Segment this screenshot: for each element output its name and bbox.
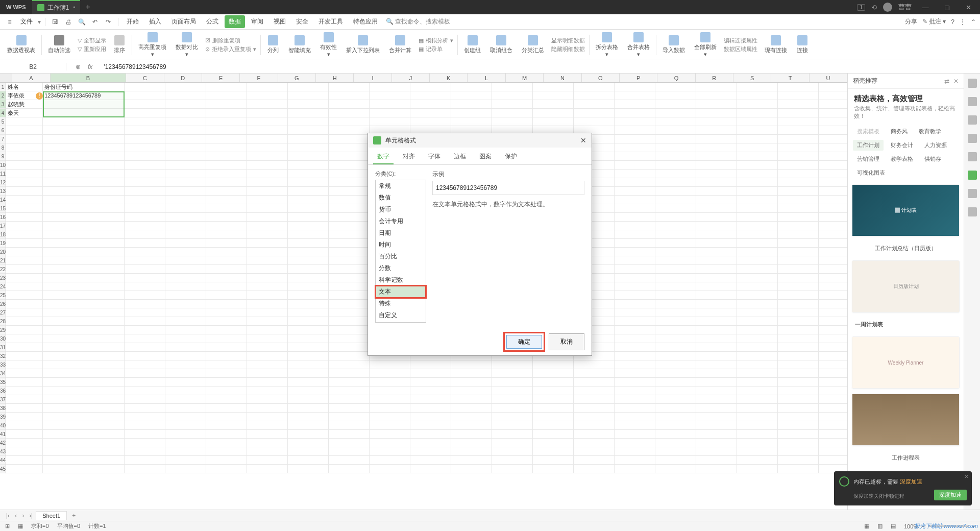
cell[interactable] [247,248,288,256]
cell[interactable] [819,196,847,204]
cell[interactable] [125,369,165,378]
cell[interactable] [737,395,778,404]
cell[interactable] [43,161,125,170]
cell[interactable] [206,300,247,308]
cell[interactable] [819,117,847,126]
cell[interactable] [696,274,737,282]
cell[interactable] [206,170,247,178]
cell[interactable] [370,447,410,456]
cell[interactable] [655,378,696,387]
cell[interactable] [370,91,410,100]
cell[interactable] [737,135,778,143]
cell[interactable] [819,178,847,187]
cell[interactable] [206,230,247,239]
row-header[interactable]: 23 [0,274,6,282]
cell[interactable] [778,387,819,395]
cell[interactable] [6,161,43,170]
cell[interactable] [6,135,43,143]
cell[interactable] [288,143,329,152]
cat-text[interactable]: 文本 [376,286,426,298]
cell[interactable] [533,404,574,413]
cell[interactable] [615,421,655,430]
cell[interactable] [574,360,615,369]
cell[interactable] [370,456,410,465]
share-button[interactable]: 分享 [905,17,917,26]
cell[interactable] [778,291,819,300]
cell[interactable] [125,421,165,430]
cell[interactable]: 123456789123456789 [43,91,125,100]
cell[interactable] [43,196,125,204]
cell[interactable] [6,378,43,387]
row-header[interactable]: 27 [0,308,6,317]
col-header[interactable]: I [354,74,391,82]
cell[interactable] [288,274,329,282]
cell[interactable] [492,439,533,447]
cell[interactable] [655,317,696,326]
cell[interactable] [410,421,451,430]
cell[interactable] [247,152,288,161]
cell[interactable] [492,83,533,91]
cell[interactable] [819,430,847,439]
cell[interactable] [819,126,847,135]
cell[interactable] [370,430,410,439]
cell[interactable] [451,447,492,456]
cell[interactable] [655,291,696,300]
template-card[interactable]: 日历版计划 [852,260,960,312]
cell[interactable] [492,91,533,100]
col-header[interactable]: K [430,74,468,82]
cell[interactable] [247,439,288,447]
cell[interactable] [6,308,43,317]
view-normal-icon[interactable]: ▦ [864,523,869,529]
row-header[interactable]: 26 [0,300,6,308]
panel-tag[interactable]: 教学表格 [887,154,917,164]
cell[interactable] [206,421,247,430]
cell[interactable] [370,378,410,387]
cell[interactable] [737,387,778,395]
cell[interactable] [819,135,847,143]
hamburger-icon[interactable]: ≡ [4,16,15,28]
cell[interactable] [615,300,655,308]
cell[interactable] [819,404,847,413]
cell[interactable] [778,413,819,421]
cell[interactable] [819,326,847,334]
row-header[interactable]: 42 [0,439,6,447]
cell[interactable] [125,143,165,152]
cell[interactable] [329,360,370,369]
cell[interactable] [288,369,329,378]
row-header[interactable]: 30 [0,334,6,343]
cell[interactable] [206,404,247,413]
cell[interactable] [165,360,206,369]
print-icon[interactable]: 🖨 [63,16,74,28]
cell[interactable] [778,404,819,413]
cell[interactable] [655,187,696,196]
cell[interactable] [206,343,247,352]
cell[interactable] [533,413,574,421]
close-button[interactable]: ✕ [961,4,976,11]
cell[interactable] [655,83,696,91]
cell[interactable] [206,256,247,265]
cell[interactable] [696,161,737,170]
cell[interactable] [410,465,451,473]
cell[interactable] [329,135,370,143]
cell[interactable] [778,135,819,143]
cell[interactable] [533,83,574,91]
cell[interactable] [247,369,288,378]
row-header[interactable]: 37 [0,395,6,404]
fx-label[interactable]: fx [81,63,100,70]
cell[interactable] [370,421,410,430]
cell[interactable] [43,230,125,239]
cell[interactable] [819,413,847,421]
col-header[interactable]: M [506,74,544,82]
cell[interactable] [288,387,329,395]
cell[interactable] [329,230,370,239]
menu-special[interactable]: 特色应用 [349,15,382,28]
cell[interactable] [492,404,533,413]
cell[interactable] [615,204,655,213]
panel-tag[interactable]: 财务会计 [887,140,917,151]
cell[interactable] [819,274,847,282]
cell[interactable] [737,308,778,317]
cell[interactable] [6,117,43,126]
cell[interactable] [43,334,125,343]
cell[interactable] [6,170,43,178]
ribbon-ungroup[interactable]: 取消组合 [486,34,517,55]
